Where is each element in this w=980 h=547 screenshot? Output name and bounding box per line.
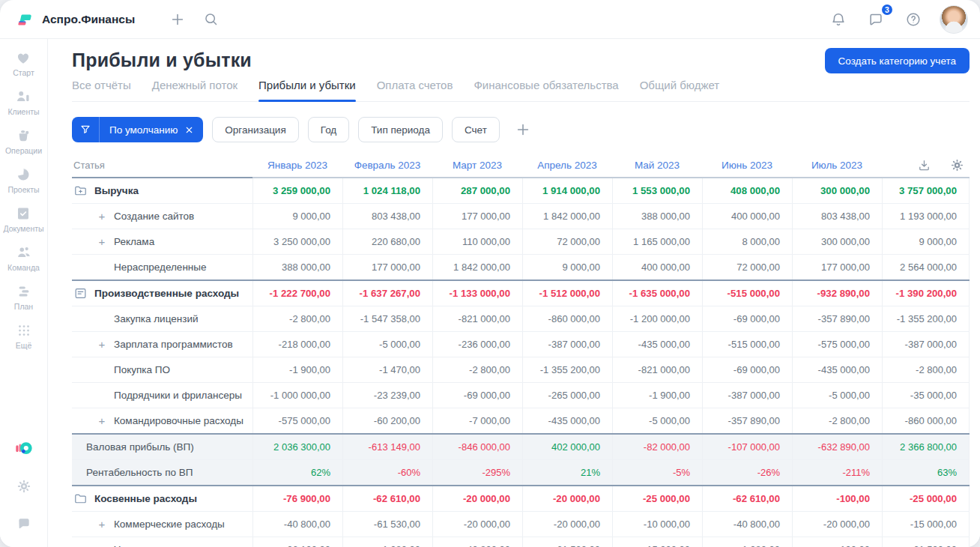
tab-bill-payment[interactable]: Оплата счетов [377, 79, 453, 101]
cell-value: -1 900,00 [252, 357, 342, 382]
tab-total-budget[interactable]: Общий бюджет [640, 79, 720, 101]
download-icon[interactable] [913, 154, 935, 176]
add-filter-icon[interactable] [512, 118, 534, 141]
sidebar-item-documents[interactable]: Документы [3, 205, 43, 233]
sidebar-item-operations[interactable]: Операции [5, 127, 42, 155]
expand-plus-icon[interactable]: + [97, 211, 107, 222]
cell-value: 3 259 000,00 [252, 178, 342, 203]
cell-value: -10 000,00 [612, 512, 702, 537]
month-column-header-3[interactable]: Март 2023 [432, 153, 522, 178]
month-column-header-2[interactable]: Февраль 2023 [342, 153, 432, 178]
cell-value: -35 000,00 [882, 383, 970, 408]
sidebar-item-clients[interactable]: Клиенты [7, 88, 39, 116]
brand-logo-icon [15, 10, 34, 29]
bell-icon[interactable] [827, 8, 850, 31]
sidebar-item-plan[interactable]: План [14, 283, 33, 311]
row-label: Закупка лицензий [72, 306, 252, 331]
cell-value: -5% [612, 460, 702, 485]
folder-icon [73, 492, 88, 506]
cell-value: -632 890,00 [792, 435, 882, 459]
tab-financial-obligations[interactable]: Финансовые обязательства [474, 79, 618, 101]
remove-filter-icon[interactable] [184, 125, 203, 135]
cell-value: -36 100,00 [252, 537, 342, 547]
expand-plus-icon[interactable]: + [97, 519, 107, 530]
cell-value: -61 530,00 [882, 537, 970, 547]
table-row: +Создание сайтов9 000,00803 438,00177 00… [72, 203, 970, 229]
active-filter-chip[interactable]: По умолчанию [72, 117, 203, 142]
table-row: +Командировочные расходы-575 000,00-60 2… [72, 408, 970, 433]
cell-value: -76 900,00 [252, 486, 342, 511]
table-toolbar [882, 153, 970, 178]
row-label: +Управленческие расходы [72, 537, 252, 547]
cell-value: -821 000,00 [432, 306, 522, 331]
cell-value: 220 680,00 [342, 229, 432, 254]
cell-value: -62 610,00 [342, 486, 432, 511]
gear-icon[interactable] [13, 475, 35, 498]
row-label: Нераспределенные [72, 255, 252, 279]
cell-value: -7 000,00 [432, 408, 522, 433]
table-row[interactable]: Производственные расходы-1 222 700,00-1 … [72, 279, 970, 306]
cell-value: -40 800,00 [432, 537, 522, 547]
month-column-header-5[interactable]: Май 2023 [612, 153, 702, 178]
tab-profit-loss[interactable]: Прибыли и убытки [258, 79, 356, 101]
month-column-header-1[interactable]: Январь 2023 [252, 153, 342, 178]
expand-plus-icon[interactable]: + [97, 339, 107, 350]
settings-icon[interactable] [946, 154, 968, 176]
search-icon[interactable] [199, 8, 222, 31]
pie-chart-icon [15, 166, 31, 183]
cell-value: -435 000,00 [522, 408, 612, 433]
month-column-header-7[interactable]: Июль 2023 [792, 153, 882, 178]
add-icon[interactable] [166, 8, 189, 31]
table-body: Выручка3 259 000,001 024 118,00287 000,0… [72, 178, 970, 547]
chat-bubble-icon[interactable] [13, 513, 35, 535]
expand-plus-icon[interactable]: + [97, 544, 107, 547]
filter-bar: По умолчанию ОрганизацияГодТип периодаСч… [72, 117, 970, 142]
table-row[interactable]: Косвенные расходы-76 900,00-62 610,00-20… [72, 485, 970, 511]
cell-value: -387 000,00 [882, 332, 970, 357]
cell-value: 1 024 118,00 [342, 178, 432, 203]
cell-value: -1 900,00 [612, 383, 702, 408]
cell-value: -15 000,00 [882, 512, 970, 537]
month-column-header-4[interactable]: Апрель 2023 [522, 153, 612, 178]
brand[interactable]: Аспро.Финансы [15, 10, 135, 29]
page-title: Прибыли и убытки [72, 49, 252, 71]
user-avatar[interactable] [940, 5, 968, 34]
filter-chip-year[interactable]: Год [308, 117, 350, 142]
tab-all-reports[interactable]: Все отчёты [72, 79, 131, 101]
row-label-text: Выручка [94, 185, 139, 196]
filter-chip-account[interactable]: Счет [452, 117, 500, 142]
tab-cash-flow[interactable]: Денежный поток [152, 79, 238, 101]
cell-value: -20 000,00 [522, 512, 612, 537]
filter-chip-period-type[interactable]: Тип периода [358, 117, 443, 142]
row-label[interactable]: Производственные расходы [72, 281, 252, 306]
cell-value: -107 000,00 [702, 435, 792, 459]
cell-value: -2 800,00 [882, 357, 970, 382]
cell-value: -1 355 200,00 [522, 357, 612, 382]
row-label[interactable]: Выручка [72, 178, 252, 203]
sidebar-item-projects[interactable]: Проекты [7, 166, 39, 194]
help-icon[interactable] [902, 8, 925, 31]
filter-chip-organization[interactable]: Организация [212, 117, 298, 142]
create-category-button[interactable]: Создать категорию учета [825, 48, 970, 73]
month-column-header-6[interactable]: Июнь 2023 [702, 153, 792, 178]
sidebar-item-more[interactable]: Ещё [16, 322, 32, 350]
row-label-text: Закупка лицензий [114, 313, 198, 324]
row-label[interactable]: Косвенные расходы [72, 486, 252, 511]
cell-value: -26% [702, 460, 792, 485]
expand-plus-icon[interactable]: + [97, 236, 107, 247]
table-row[interactable]: Выручка3 259 000,001 024 118,00287 000,0… [72, 178, 970, 203]
cell-value: -62 610,00 [702, 486, 792, 511]
expand-plus-icon[interactable]: + [97, 415, 107, 426]
row-label: Рентабельность по ВП [72, 460, 252, 485]
cell-value: -1 080,00 [702, 537, 792, 547]
sidebar-item-start[interactable]: Старт [13, 49, 34, 77]
cell-value: 400 000,00 [702, 204, 792, 229]
brand-mark-icon[interactable] [13, 438, 35, 460]
cell-value: -387 000,00 [522, 332, 612, 357]
cell-value: -5 000,00 [612, 408, 702, 433]
row-label-text: Покупка ПО [114, 364, 170, 375]
cell-value: 21% [522, 460, 612, 485]
sidebar-item-team[interactable]: Команда [7, 244, 40, 272]
cell-value: -2 800,00 [252, 306, 342, 331]
row-label-text: Рентабельность по ВП [86, 467, 193, 478]
